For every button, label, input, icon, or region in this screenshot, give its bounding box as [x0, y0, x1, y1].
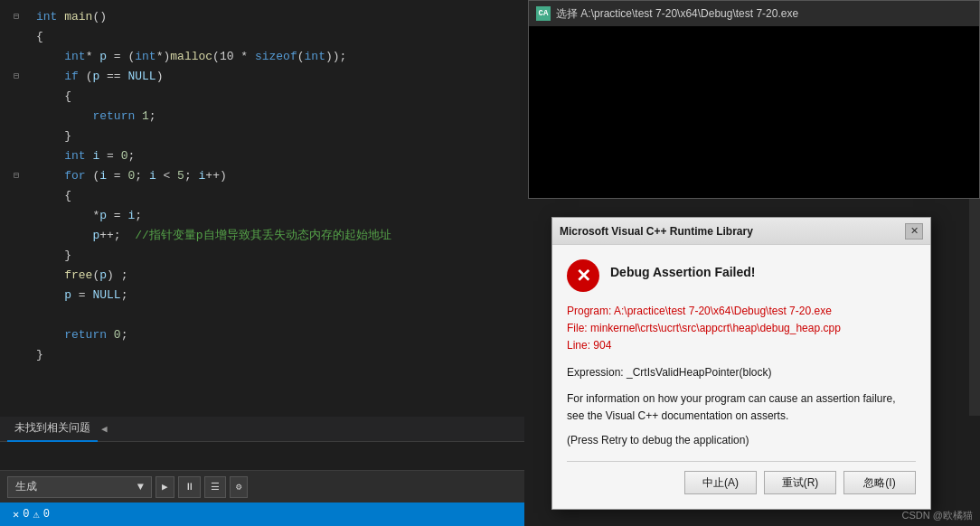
cmd-title-text: 选择 A:\practice\test 7-20\x64\Debug\test …	[556, 6, 798, 22]
line-number: Line: 904	[567, 337, 916, 354]
code-content-13: free(p) ;	[29, 266, 127, 286]
problems-tab[interactable]: 未找到相关问题	[7, 417, 98, 442]
retry-button[interactable]: 重试(R)	[764, 471, 836, 494]
dialog-close-button[interactable]: ✕	[905, 223, 923, 240]
line-gutter-0: ⊟	[4, 7, 29, 27]
code-line-5: return 1;	[0, 107, 524, 127]
press-info-text: (Press Retry to debug the application)	[567, 434, 749, 446]
code-content-6: }	[29, 127, 71, 146]
code-line-2: int* p = (int*)malloc(10 * sizeof(int));	[0, 47, 524, 67]
dialog-body: ✕ Debug Assertion Failed! Program: A:\pr…	[552, 245, 930, 509]
dialog-description: For information on how your program can …	[567, 390, 916, 425]
code-line-15	[0, 305, 524, 325]
watermark: CSDN @欧橘猫	[902, 509, 973, 522]
bottom-panel-arrow[interactable]: ◀	[101, 423, 108, 435]
cmd-title-icon: CA	[536, 6, 551, 21]
build-btn-1-icon: ▶	[162, 481, 168, 493]
code-line-4: {	[0, 87, 524, 107]
dialog-info: Program: A:\practice\test 7-20\x64\Debug…	[567, 303, 916, 355]
code-line-14: p = NULL;	[0, 286, 524, 305]
ignore-button[interactable]: 忽略(I)	[843, 471, 916, 494]
code-content-5: return 1;	[29, 107, 156, 127]
cmd-titlebar: CA 选择 A:\practice\test 7-20\x64\Debug\te…	[529, 1, 979, 26]
dialog-press-info: (Press Retry to debug the application)	[567, 434, 916, 446]
code-content-4: {	[29, 87, 71, 107]
build-btn-3-icon: ☰	[211, 481, 220, 493]
error-dialog: Microsoft Visual C++ Runtime Library ✕ ✕…	[551, 217, 931, 510]
expression-text: Expression: _CrtIsValidHeapPointer(block…	[567, 366, 772, 379]
code-content-2: int* p = (int*)malloc(10 * sizeof(int));	[29, 47, 346, 67]
code-content-12: }	[29, 246, 71, 266]
code-line-7: int i = 0;	[0, 146, 524, 166]
build-dropdown-label: 生成	[15, 479, 37, 494]
code-content-9: {	[29, 186, 71, 206]
code-line-16: return 0;	[0, 325, 524, 345]
code-line-0: ⊟int main()	[0, 7, 524, 27]
warning-icon-small: ⚠	[33, 508, 39, 521]
cmd-content	[529, 26, 979, 54]
code-content-11: p++; //指针变量p自增导致其丢失动态内存的起始地址	[29, 226, 391, 246]
file-line: File: minkernel\crts\ucrt\src\appcrt\hea…	[567, 320, 916, 337]
code-line-11: p++; //指针变量p自增导致其丢失动态内存的起始地址	[0, 226, 524, 246]
line-gutter-8: ⊟	[4, 166, 29, 186]
build-btn-2-icon: ⏸	[184, 481, 194, 493]
code-content-10: *p = i;	[29, 206, 142, 226]
code-line-9: {	[0, 186, 524, 206]
line-gutter-3: ⊟	[4, 67, 29, 87]
dialog-titlebar: Microsoft Visual C++ Runtime Library ✕	[552, 218, 930, 245]
code-line-6: }	[0, 127, 524, 146]
code-content-3: if (p == NULL)	[29, 67, 164, 87]
build-btn-4[interactable]: ⚙	[230, 476, 249, 498]
code-content-14: p = NULL;	[29, 286, 127, 305]
code-line-12: }	[0, 246, 524, 266]
program-line: Program: A:\practice\test 7-20\x64\Debug…	[567, 303, 916, 320]
code-line-1: {	[0, 27, 524, 47]
status-error-count: 0	[23, 508, 29, 521]
code-line-8: ⊟ for (i = 0; i < 5; i++)	[0, 166, 524, 186]
code-content-8: for (i = 0; i < 5; i++)	[29, 166, 227, 186]
dialog-buttons: 中止(A) 重试(R) 忽略(I)	[567, 461, 916, 494]
ide-container: ⊟int main(){ int* p = (int*)malloc(10 * …	[0, 0, 980, 526]
cmd-icon-text: CA	[539, 9, 549, 18]
build-btn-2[interactable]: ⏸	[178, 476, 201, 498]
status-warning-count: 0	[43, 508, 50, 521]
description-text: For information on how your program can …	[567, 392, 896, 422]
build-dropdown[interactable]: 生成 ▼	[7, 476, 152, 498]
code-content-1: {	[29, 27, 43, 47]
code-editor: ⊟int main(){ int* p = (int*)malloc(10 * …	[0, 0, 524, 416]
dialog-title: Microsoft Visual C++ Runtime Library	[560, 225, 753, 238]
error-icon: ✕	[567, 259, 599, 292]
error-icon-small: ✕	[13, 508, 19, 521]
code-line-17: }	[0, 345, 524, 365]
build-btn-4-icon: ⚙	[236, 481, 242, 493]
code-line-10: *p = i;	[0, 206, 524, 226]
expression-line: Expression: _CrtIsValidHeapPointer(block…	[567, 364, 916, 381]
dialog-header-row: ✕ Debug Assertion Failed!	[567, 259, 916, 292]
status-bar: ✕ 0 ⚠ 0	[0, 503, 524, 526]
bottom-tab-bar: 未找到相关问题 ◀	[0, 417, 524, 442]
code-content-16: return 0;	[29, 325, 127, 345]
code-content-17: }	[29, 345, 43, 365]
code-line-3: ⊟ if (p == NULL)	[0, 67, 524, 87]
build-dropdown-arrow: ▼	[137, 481, 144, 493]
code-content-7: int i = 0;	[29, 146, 135, 166]
code-line-13: free(p) ;	[0, 266, 524, 286]
cmd-window: CA 选择 A:\practice\test 7-20\x64\Debug\te…	[528, 0, 980, 199]
build-bar: 生成 ▼ ▶ ⏸ ☰ ⚙	[0, 470, 524, 503]
build-btn-1[interactable]: ▶	[155, 476, 174, 498]
abort-button[interactable]: 中止(A)	[684, 471, 757, 494]
code-content-0: int main()	[29, 7, 107, 27]
status-item-build: ✕ 0 ⚠ 0	[7, 508, 55, 521]
assertion-title: Debug Assertion Failed!	[610, 259, 756, 279]
build-btn-3[interactable]: ☰	[204, 476, 226, 498]
